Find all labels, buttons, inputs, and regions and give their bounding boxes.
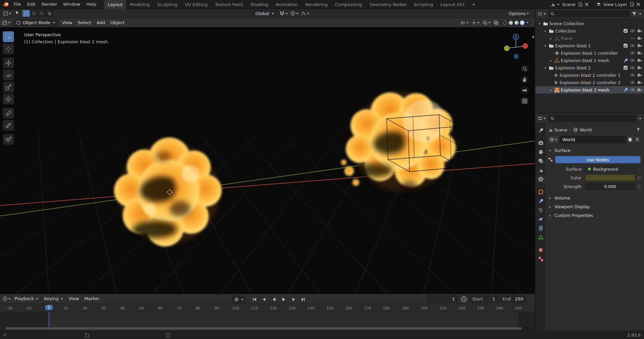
- eye-toggle[interactable]: [630, 73, 635, 77]
- frame-end-field[interactable]: End 250: [499, 295, 527, 302]
- properties-tab-view-layer[interactable]: [536, 157, 545, 165]
- properties-search-field[interactable]: [548, 115, 637, 122]
- properties-tab-object-data[interactable]: [536, 233, 545, 241]
- scene-name[interactable]: Scene: [561, 2, 576, 7]
- workspace-tab-rendering[interactable]: Rendering: [302, 0, 331, 9]
- outliner-options-caret-icon[interactable]: [639, 13, 642, 15]
- eye-closed-toggle[interactable]: [630, 36, 635, 41]
- menu-render[interactable]: Render: [39, 2, 60, 7]
- filter-funnel-icon[interactable]: [632, 11, 637, 16]
- play-button[interactable]: [280, 296, 287, 303]
- cursor-tool[interactable]: [3, 43, 14, 54]
- eye-toggle[interactable]: [630, 65, 635, 70]
- tweak-select-tool[interactable]: [3, 31, 14, 42]
- scene-selector[interactable]: Scene: [550, 2, 589, 7]
- shading-material-button[interactable]: [515, 21, 519, 25]
- outliner-row-explosion-blast-2-controller-2[interactable]: Explosion blast 2 controller 2: [535, 79, 644, 86]
- explosion-blast-2-object[interactable]: [340, 87, 465, 202]
- modifier-toggle[interactable]: [623, 58, 628, 63]
- eye-toggle[interactable]: [630, 51, 635, 55]
- mode-dropdown[interactable]: Object Mode: [13, 19, 58, 26]
- pin-icon[interactable]: [636, 127, 641, 132]
- menu-window[interactable]: Window: [60, 2, 83, 7]
- outliner-row-explosion-blast-2[interactable]: ▾Explosion blast 2: [535, 64, 644, 71]
- falloff-controls[interactable]: [301, 11, 310, 16]
- properties-tab-scene[interactable]: [536, 166, 545, 174]
- editor-type-selector[interactable]: [3, 11, 12, 16]
- eye-toggle[interactable]: [630, 88, 635, 92]
- browse-world-button[interactable]: [548, 136, 559, 143]
- timeline-menu-view[interactable]: View: [66, 294, 82, 303]
- eye-toggle[interactable]: [630, 80, 635, 85]
- properties-tab-world[interactable]: [536, 175, 545, 183]
- select-mode-new-button[interactable]: [22, 10, 30, 17]
- previous-keyframe-button[interactable]: [261, 296, 268, 303]
- transform-orientation-dropdown[interactable]: Global: [252, 10, 277, 17]
- object-visibility-dropdown[interactable]: [461, 20, 469, 25]
- blender-logo-icon[interactable]: [3, 1, 9, 7]
- add-workspace-button[interactable]: +: [469, 0, 479, 9]
- surface-shader-dropdown[interactable]: Background: [585, 166, 635, 172]
- camera-toggle[interactable]: [637, 51, 642, 55]
- panel-header-viewport-display[interactable]: ▸Viewport Display: [548, 202, 641, 211]
- rotate-tool[interactable]: [3, 69, 14, 80]
- properties-tab-material[interactable]: [536, 246, 545, 254]
- checkbox-toggle[interactable]: [623, 65, 628, 70]
- menu-edit[interactable]: Edit: [24, 2, 39, 7]
- outliner-row-explosion-blast-1[interactable]: ▾Explosion blast 1: [535, 42, 644, 49]
- workspace-tab-uv-editing[interactable]: UV Editing: [181, 0, 211, 9]
- outliner-search-input[interactable]: [556, 11, 628, 16]
- timeline-scrollbar-thumb[interactable]: [5, 327, 522, 330]
- snapping-controls[interactable]: [280, 11, 288, 16]
- workspace-tab-scripting[interactable]: Scripting: [410, 0, 437, 9]
- unlink-scene-icon[interactable]: [584, 2, 589, 7]
- measure-tool[interactable]: [3, 120, 14, 131]
- outliner-editor-type-selector[interactable]: [538, 11, 546, 16]
- outliner-search-field[interactable]: [548, 10, 630, 17]
- workspace-tab-modeling[interactable]: Modeling: [126, 0, 153, 9]
- viewport-menu-object[interactable]: Object: [108, 18, 127, 27]
- view-layer-name[interactable]: View Layer: [603, 2, 628, 7]
- current-frame-field[interactable]: 1: [427, 295, 458, 302]
- workspace-tab-geometry-nodes[interactable]: Geometry Nodes: [366, 0, 410, 9]
- gizmo-y-axis-ball[interactable]: [504, 46, 510, 51]
- modifier-toggle[interactable]: [623, 88, 628, 92]
- properties-tab-tool[interactable]: [536, 126, 545, 134]
- select-mode-intersect-button[interactable]: [46, 10, 53, 17]
- checkbox-toggle[interactable]: [623, 43, 628, 48]
- outliner-row-plane[interactable]: ▸Plane: [535, 35, 644, 42]
- frame-start-field[interactable]: Start 1: [469, 295, 498, 302]
- camera-toggle[interactable]: [637, 29, 642, 33]
- camera-toggle[interactable]: [637, 88, 642, 92]
- 3d-viewport[interactable]: User Perspective (1) Collection | Explos…: [0, 27, 535, 294]
- expander-icon[interactable]: ▸: [549, 37, 553, 40]
- ortho-toggle-button[interactable]: [521, 97, 529, 105]
- viewport-menu-add[interactable]: Add: [94, 18, 108, 27]
- eye-toggle[interactable]: [630, 58, 635, 63]
- status-resize-grip-icon[interactable]: [2, 333, 7, 337]
- add-cube-tool[interactable]: [3, 134, 14, 145]
- workspace-tab-texture-paint[interactable]: Texture Paint: [211, 0, 247, 9]
- jump-to-start-button[interactable]: [251, 296, 258, 303]
- expander-icon[interactable]: ▾: [543, 29, 547, 33]
- camera-toggle[interactable]: [637, 65, 642, 70]
- properties-editor-type-selector[interactable]: [538, 116, 546, 121]
- outliner-row-explosion-blast-1-controller[interactable]: Explosion blast 1 controller: [535, 49, 644, 57]
- outliner-row-scene-collection[interactable]: ▾Scene Collection: [535, 20, 644, 27]
- scale-tool[interactable]: [3, 81, 14, 93]
- expander-icon[interactable]: ▸: [549, 88, 553, 92]
- scene-browse-caret-icon[interactable]: [557, 3, 560, 6]
- properties-tab-output[interactable]: [536, 148, 545, 156]
- breadcrumb-world[interactable]: World: [573, 127, 592, 132]
- view-layer-selector[interactable]: View Layer: [596, 2, 641, 7]
- workspace-tab-shading[interactable]: Shading: [247, 0, 272, 9]
- timeline-editor-type-selector[interactable]: [3, 296, 11, 301]
- timeline-ruler[interactable]: 1 -20-1010203040506070809010011012013014…: [0, 304, 535, 312]
- outliner-row-explosion-blast-2-mesh[interactable]: ▸Explosion blast 2 mesh: [535, 86, 644, 94]
- properties-tab-modifiers[interactable]: [536, 197, 545, 205]
- strength-animate-dot[interactable]: [638, 185, 641, 188]
- strength-field[interactable]: 0.000: [585, 183, 635, 190]
- surface-panel-header[interactable]: ▾ Surface: [548, 146, 641, 155]
- viewport-menu-view[interactable]: View: [59, 18, 75, 27]
- fake-user-shield-button[interactable]: [627, 136, 634, 143]
